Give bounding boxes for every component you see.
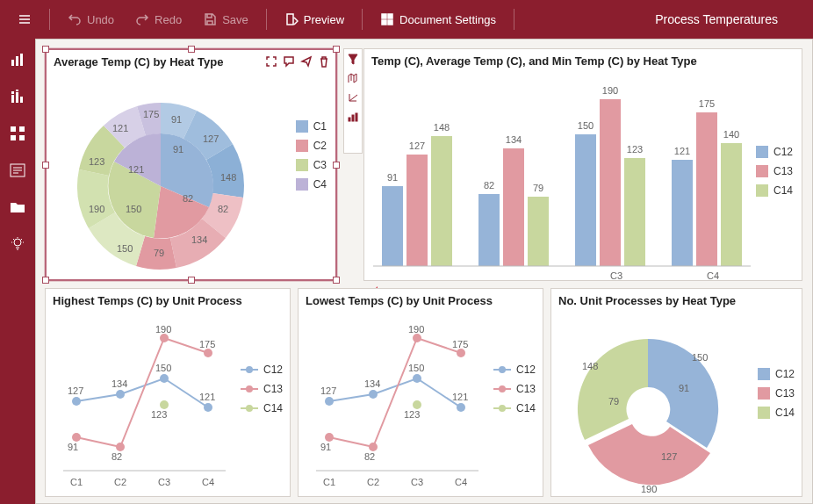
hamburger-menu[interactable] [9,7,40,32]
svg-rect-52 [600,99,621,266]
svg-text:C2: C2 [367,477,379,487]
svg-rect-3 [388,20,392,25]
svg-rect-8 [16,92,18,103]
svg-text:190: 190 [155,324,171,335]
donut-legend: C1 C2 C3 C4 [296,120,327,191]
svg-text:91: 91 [320,442,331,452]
bar-legend: C12 C13 C14 [756,146,793,197]
sidebar-tiles-icon[interactable] [7,123,28,144]
expand-icon[interactable] [265,55,277,68]
doc-settings-label: Document Settings [399,13,496,26]
panel-action-icons [265,55,330,68]
svg-rect-40 [406,155,428,266]
svg-point-71 [160,334,169,342]
svg-rect-15 [19,135,25,140]
svg-text:190: 190 [602,85,618,96]
preview-button[interactable]: Preview [276,7,353,32]
grid-icon [380,12,394,26]
pie-chart: 150 91 190 127 148 79 [551,313,753,497]
svg-rect-50 [575,134,596,266]
undo-button[interactable]: Undo [59,7,123,32]
svg-text:C1: C1 [323,477,335,487]
sidebar-lightbulb-icon[interactable] [7,234,28,255]
axis-icon[interactable] [347,91,359,104]
svg-text:123: 123 [151,409,167,420]
share-icon[interactable] [300,55,313,68]
svg-text:190: 190 [408,324,424,335]
svg-text:79: 79 [608,396,619,407]
svg-point-70 [116,443,125,451]
doc-settings-button[interactable]: Document Settings [371,7,505,32]
svg-point-66 [116,390,125,399]
preview-icon [284,12,299,26]
svg-rect-11 [16,90,18,91]
svg-text:121: 121 [199,392,215,402]
svg-text:91: 91 [679,383,689,393]
svg-text:134: 134 [364,378,380,389]
sidebar-chart-icon[interactable] [7,49,28,70]
pie-legend: C12 C13 C14 [758,368,795,419]
svg-point-69 [72,433,81,442]
svg-text:150: 150 [578,120,594,131]
save-label: Save [222,13,248,26]
line2-legend: C12 C13 C14 [493,364,536,414]
undo-label: Undo [87,13,114,26]
svg-point-123 [629,390,667,428]
svg-point-102 [413,400,421,409]
panel-lowest-temps[interactable]: Lowest Temps (C) by Unit Process 127 134… [298,288,543,497]
svg-text:150: 150 [692,352,708,363]
svg-rect-38 [382,186,403,266]
hamburger-icon [18,12,32,26]
panel-highest-temps[interactable]: Highest Temps (C) by Unit Process 127 13… [45,288,291,497]
svg-text:190: 190 [89,204,104,214]
svg-rect-1 [388,14,392,18]
sidebar-text-icon[interactable] [7,160,28,181]
svg-point-68 [204,403,212,412]
svg-point-95 [369,390,378,399]
donut-chart: 91 82 150 121 91 127 148 82 134 79 150 1… [47,74,336,280]
panel-side-tools [343,48,363,154]
svg-point-96 [413,374,421,383]
redo-button[interactable]: Redo [126,7,191,32]
svg-text:175: 175 [143,109,159,119]
svg-text:123: 123 [89,156,104,167]
bar-chart: 91 127 148 82 134 79 150 190 123 121 175 [364,73,751,279]
dimension-icon[interactable] [347,72,359,84]
series-icon[interactable] [347,111,359,123]
svg-text:127: 127 [68,385,83,396]
sidebar-folder-icon[interactable] [7,197,28,218]
svg-text:127: 127 [203,133,219,144]
svg-text:175: 175 [452,339,468,349]
svg-rect-35 [349,118,350,121]
delete-icon[interactable] [318,55,330,68]
svg-text:82: 82 [364,451,375,462]
svg-text:190: 190 [641,484,657,494]
svg-point-97 [457,403,465,412]
svg-text:121: 121 [674,146,690,156]
svg-rect-5 [16,56,18,66]
filter-icon[interactable] [347,53,359,65]
svg-point-67 [160,374,169,383]
save-button[interactable]: Save [194,7,257,32]
svg-text:148: 148 [220,172,236,183]
svg-text:91: 91 [68,442,78,452]
panel-average-temp-donut[interactable]: Average Temp (C) by Heat Type [45,48,337,281]
panel-unit-processes-pie[interactable]: No. Unit Processes by Heat Type 150 91 1… [550,288,802,497]
panel-grouped-bars[interactable]: Temp (C), Average Temp (C), and Min Temp… [363,48,802,281]
svg-rect-6 [20,54,23,66]
sidebar-stacked-chart-icon[interactable] [7,86,28,107]
svg-rect-10 [11,91,14,94]
svg-rect-18 [18,206,19,212]
svg-text:134: 134 [191,234,207,245]
undo-icon [68,12,82,26]
svg-rect-0 [382,14,386,18]
redo-icon [135,12,149,26]
comment-icon[interactable] [283,55,295,68]
svg-point-72 [204,349,212,357]
svg-text:175: 175 [699,98,715,109]
svg-text:123: 123 [627,144,643,155]
svg-text:134: 134 [506,134,522,145]
svg-point-101 [457,349,465,357]
dashboard-canvas[interactable]: Average Temp (C) by Heat Type [35,39,813,504]
svg-rect-17 [15,208,17,212]
